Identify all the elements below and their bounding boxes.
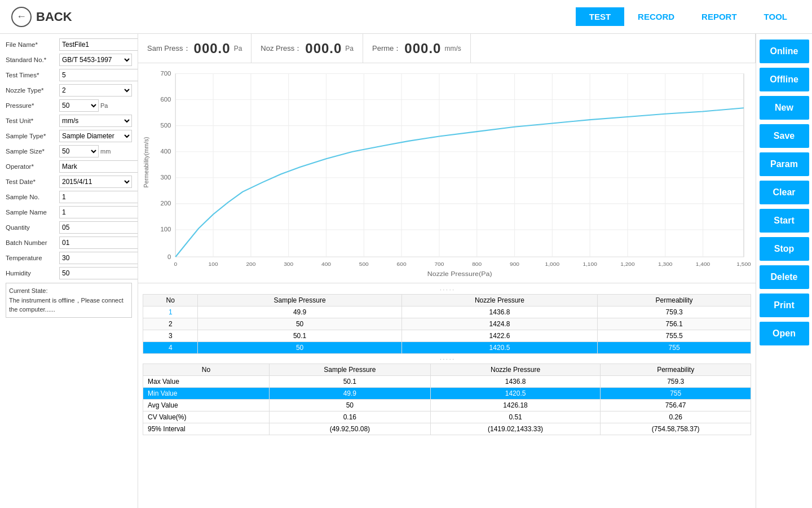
col-permeability: Permeability xyxy=(598,295,751,306)
test-unit-select[interactable]: mm/s xyxy=(59,115,132,127)
stop-button[interactable]: Stop xyxy=(760,237,809,261)
standard-no-select[interactable]: GB/T 5453-1997 xyxy=(59,54,132,66)
delete-button[interactable]: Delete xyxy=(760,265,809,289)
nozzle-type-row: Nozzle Type* 2 xyxy=(6,84,132,97)
right-panel: Online Offline New Save Param Clear Star… xyxy=(756,34,812,508)
back-button[interactable]: ← BACK xyxy=(11,7,72,27)
svg-text:400: 400 xyxy=(321,261,332,267)
col-sample-pressure: Sample Pressure xyxy=(198,295,401,306)
col-nozzle-pressure: Nozzle Pressure xyxy=(401,295,597,306)
back-label: BACK xyxy=(36,10,72,24)
pressure-unit: Pa xyxy=(100,102,108,109)
temperature-input[interactable] xyxy=(59,252,138,264)
test-times-row: Test Times* xyxy=(6,69,132,81)
sample-no-row: Sample No. xyxy=(6,191,132,203)
svg-text:600: 600 xyxy=(160,96,171,103)
test-times-input[interactable] xyxy=(59,69,138,81)
noz-press-item: Noz Press： 000.0 Pa xyxy=(251,34,363,63)
operator-input[interactable] xyxy=(59,160,138,173)
test-times-label: Test Times* xyxy=(6,72,59,78)
main-area: File Name* Standard No.* GB/T 5453-1997 … xyxy=(0,34,812,508)
col-no: No xyxy=(143,295,198,306)
sam-press-item: Sam Press： 000.0 Pa xyxy=(138,34,251,63)
stats-col-no: No xyxy=(143,364,270,376)
quantity-input[interactable] xyxy=(59,221,138,234)
param-button[interactable]: Param xyxy=(760,152,809,176)
online-button[interactable]: Online xyxy=(760,40,809,63)
perme-unit: mm/s xyxy=(444,45,461,52)
drag-handle-1: · · · · · xyxy=(143,287,751,293)
perme-value: 000.0 xyxy=(404,41,441,56)
file-name-row: File Name* xyxy=(6,38,132,51)
tab-report[interactable]: REPORT xyxy=(688,7,751,26)
sample-type-select[interactable]: Sample Diameter xyxy=(59,130,132,142)
sam-press-unit: Pa xyxy=(234,45,242,52)
pressure-select[interactable]: 50 xyxy=(59,99,99,112)
svg-text:700: 700 xyxy=(160,70,171,77)
svg-text:1,100: 1,100 xyxy=(582,261,597,267)
tab-test[interactable]: TEST xyxy=(576,7,624,26)
perme-label: Perme： xyxy=(372,43,401,54)
svg-text:300: 300 xyxy=(284,261,294,267)
print-button[interactable]: Print xyxy=(760,294,809,317)
sample-type-row: Sample Type* Sample Diameter xyxy=(6,130,132,142)
raw-data-table: No Sample Pressure Nozzle Pressure Perme… xyxy=(143,294,751,354)
sample-size-row: Sample Size* 50 mm xyxy=(6,145,132,157)
batch-number-input[interactable] xyxy=(59,237,138,249)
permeability-chart: 0 100 200 300 400 500 600 700 Permeabili… xyxy=(140,68,753,281)
sample-name-input[interactable] xyxy=(59,206,138,218)
svg-text:Nozzle Pressure(Pa): Nozzle Pressure(Pa) xyxy=(427,270,492,277)
humidity-row: Humidity % xyxy=(6,267,132,279)
operator-row: Operator* xyxy=(6,160,132,173)
nav-tabs: TEST RECORD REPORT TOOL xyxy=(576,7,801,26)
svg-text:800: 800 xyxy=(472,261,482,267)
svg-text:1,000: 1,000 xyxy=(545,261,560,267)
perme-item: Perme： 000.0 mm/s xyxy=(363,34,471,63)
file-name-input[interactable] xyxy=(59,38,138,51)
svg-text:100: 100 xyxy=(160,226,171,233)
save-button[interactable]: Save xyxy=(760,124,809,148)
open-button[interactable]: Open xyxy=(760,322,809,345)
sample-size-unit: mm xyxy=(100,148,111,155)
quantity-label: Quantity xyxy=(6,224,59,231)
svg-text:700: 700 xyxy=(434,261,444,267)
pressure-row: Pressure* 50 Pa xyxy=(6,99,132,112)
svg-text:400: 400 xyxy=(160,148,171,155)
svg-text:1,500: 1,500 xyxy=(736,261,751,267)
batch-number-label: Batch Number xyxy=(6,239,59,246)
batch-number-row: Batch Number xyxy=(6,237,132,249)
offline-button[interactable]: Offline xyxy=(760,68,809,91)
center-area: Sam Press： 000.0 Pa Noz Press： 000.0 Pa … xyxy=(138,34,756,508)
clear-button[interactable]: Clear xyxy=(760,181,809,204)
humidity-input[interactable] xyxy=(59,267,138,279)
sample-no-input[interactable] xyxy=(59,191,138,203)
test-date-select[interactable]: 2015/4/11 xyxy=(59,176,132,188)
app-header: ← BACK TEST RECORD REPORT TOOL xyxy=(0,0,812,34)
sample-name-label: Sample Name xyxy=(6,209,59,216)
test-unit-row: Test Unit* mm/s xyxy=(6,115,132,127)
tab-tool[interactable]: TOOL xyxy=(751,7,801,26)
svg-text:900: 900 xyxy=(510,261,520,267)
svg-text:1,400: 1,400 xyxy=(696,261,710,267)
svg-text:600: 600 xyxy=(397,261,407,267)
tab-record[interactable]: RECORD xyxy=(624,7,688,26)
left-panel: File Name* Standard No.* GB/T 5453-1997 … xyxy=(0,34,138,508)
svg-text:200: 200 xyxy=(160,200,171,207)
quantity-row: Quantity xyxy=(6,221,132,234)
chart-area: 0 100 200 300 400 500 600 700 Permeabili… xyxy=(138,63,756,283)
status-bar: Sam Press： 000.0 Pa Noz Press： 000.0 Pa … xyxy=(138,34,756,63)
svg-text:0: 0 xyxy=(167,254,171,261)
new-button[interactable]: New xyxy=(760,96,809,120)
nozzle-type-select[interactable]: 2 xyxy=(59,84,132,97)
svg-text:Permeability(mm/s): Permeability(mm/s) xyxy=(142,137,149,188)
sample-type-label: Sample Type* xyxy=(6,133,59,139)
operator-label: Operator* xyxy=(6,163,59,170)
svg-text:200: 200 xyxy=(246,261,256,267)
stats-col-nozzle-pressure: Nozzle Pressure xyxy=(430,364,601,376)
start-button[interactable]: Start xyxy=(760,209,809,233)
svg-text:0: 0 xyxy=(174,261,177,267)
stats-col-sample-pressure: Sample Pressure xyxy=(269,364,430,376)
sample-size-select[interactable]: 50 xyxy=(59,145,99,157)
tables-area: · · · · · No Sample Pressure Nozzle Pres… xyxy=(138,283,756,475)
nozzle-type-label: Nozzle Type* xyxy=(6,87,59,94)
